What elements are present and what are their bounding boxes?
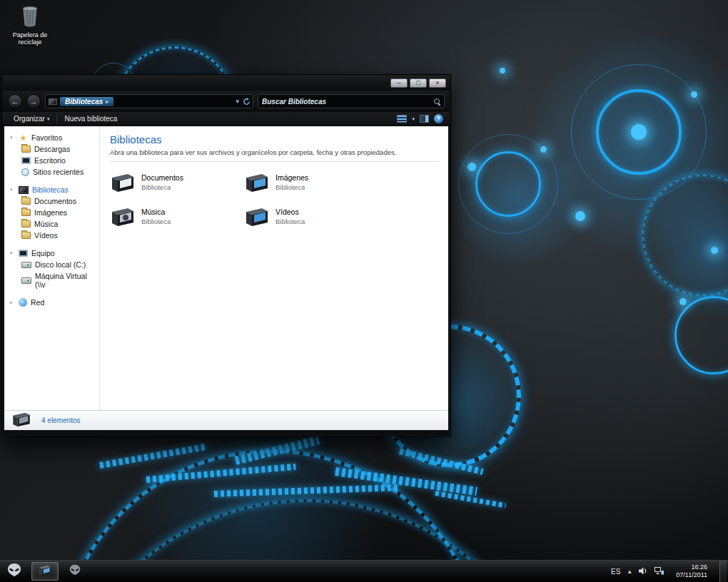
network-icon (19, 298, 27, 307)
refresh-icon[interactable] (243, 98, 251, 106)
expander-icon[interactable]: ▾ (10, 135, 15, 141)
recent-places-icon (21, 168, 29, 176)
bg-equalizer (214, 484, 400, 497)
header-divider (110, 161, 440, 162)
bg-equalizer (435, 491, 506, 508)
network-drive-icon (21, 277, 31, 284)
taskbar-clock[interactable]: 16:26 07/11/2011 (670, 563, 713, 579)
taskbar-app-explorer[interactable] (31, 562, 59, 581)
library-item-documentos[interactable]: Documentos Biblioteca (110, 172, 240, 196)
new-library-button[interactable]: Nueva biblioteca (60, 114, 121, 123)
expander-icon[interactable]: ▾ (10, 250, 15, 256)
tray-expand-icon[interactable]: ▲ (627, 568, 632, 575)
search-input[interactable] (262, 98, 434, 106)
selection-icon (11, 411, 31, 431)
sidebar-section-bibliotecas[interactable]: ▾ Bibliotecas (4, 184, 99, 195)
explorer-libraries-icon (38, 564, 52, 579)
help-icon[interactable]: ? (434, 114, 443, 123)
recycle-bin-icon (21, 17, 39, 29)
recycle-bin[interactable]: Papelera de reciclaje (7, 6, 53, 46)
bg-ring (571, 64, 707, 200)
bg-equalizer (235, 436, 320, 465)
show-desktop-button[interactable] (719, 561, 727, 582)
bg-node (500, 68, 505, 73)
system-tray: ES ▲ 16:26 07/11/2011 (611, 561, 728, 582)
forward-button[interactable]: → (26, 94, 41, 108)
page-subtitle: Abra una biblioteca para ver sus archivo… (110, 148, 440, 156)
views-icon[interactable] (397, 115, 407, 123)
volume-icon[interactable] (639, 567, 648, 576)
maximize-button[interactable]: □ (410, 78, 427, 88)
clock-date: 07/11/2011 (676, 571, 707, 579)
bg-glow (642, 178, 728, 321)
address-bar-controls: ▾ (236, 98, 251, 106)
computer-icon (19, 250, 28, 257)
title-bar[interactable]: – □ × (2, 75, 450, 91)
music-library-icon (110, 206, 136, 230)
bg-node (631, 124, 647, 140)
music-library-icon (21, 220, 31, 228)
desktop-icon (21, 157, 31, 164)
libraries-icon (19, 186, 29, 194)
crumb-arrow-icon: ▸ (106, 98, 108, 105)
sidebar-item-maquina-virtual[interactable]: Máquina Virtual (\\v (4, 270, 99, 290)
folder-icon (21, 146, 31, 153)
documents-library-icon (21, 198, 31, 205)
bg-node (691, 91, 697, 98)
recycle-bin-label: Papelera de reciclaje (7, 31, 53, 46)
item-count: 4 elementos (41, 417, 80, 424)
language-indicator[interactable]: ES (611, 568, 620, 576)
toolbar-divider (56, 115, 57, 123)
minimize-button[interactable]: – (390, 78, 408, 88)
taskbar: ES ▲ 16:26 07/11/2011 (0, 560, 728, 582)
sidebar-section-red[interactable]: ▸ Red (4, 297, 99, 308)
bg-node (711, 247, 718, 254)
address-bar[interactable]: Bibliotecas ▸ ▾ (45, 94, 253, 108)
command-bar: Organizar ▾ Nueva biblioteca ▾ ? (2, 112, 450, 126)
expander-icon[interactable]: ▸ (10, 300, 15, 305)
sidebar-item-disco-local[interactable]: Disco local (C:) (4, 259, 99, 270)
bg-node (467, 163, 476, 171)
bg-glow (450, 132, 585, 267)
navigation-bar: ← → Bibliotecas ▸ ▾ (2, 91, 450, 112)
bg-node (575, 211, 585, 221)
sidebar-item-musica[interactable]: Música (4, 218, 99, 230)
sidebar-item-escritorio[interactable]: Escritorio (4, 155, 99, 166)
views-dropdown-icon[interactable]: ▾ (412, 116, 415, 122)
network-tray-icon[interactable] (654, 567, 664, 576)
explorer-window: – □ × ← → Bibliotecas ▸ ▾ (1, 74, 451, 436)
library-item-imagenes[interactable]: Imágenes Biblioteca (244, 172, 374, 196)
bg-equalizer (335, 467, 477, 496)
documents-library-icon (110, 172, 136, 196)
start-button[interactable] (0, 561, 29, 582)
search-box[interactable] (258, 94, 445, 108)
expander-icon[interactable]: ▾ (10, 187, 15, 193)
bg-equalizer (399, 448, 484, 475)
libraries-icon (48, 98, 58, 106)
sidebar-item-imagenes[interactable]: Imágenes (4, 207, 99, 218)
sidebar-section-favoritos[interactable]: ▾ ★ Favoritos (4, 132, 99, 143)
bg-ring (458, 134, 558, 234)
chevron-down-icon: ▾ (47, 116, 50, 122)
sidebar-section-equipo[interactable]: ▾ Equipo (4, 247, 99, 259)
library-item-musica[interactable]: Música Biblioteca (110, 206, 240, 230)
alienware-logo-icon (6, 563, 22, 580)
content-pane: Bibliotecas Abra una biblioteca para ver… (100, 126, 448, 410)
close-button[interactable]: × (429, 78, 446, 88)
library-item-videos[interactable]: Vídeos Biblioteca (244, 206, 374, 230)
bg-ring (674, 296, 728, 374)
breadcrumb[interactable]: Bibliotecas ▸ (60, 97, 113, 106)
sidebar-item-documentos[interactable]: Documentos (4, 195, 99, 207)
toolbar-right: ▾ ? (397, 114, 443, 123)
back-button[interactable]: ← (8, 94, 22, 108)
sidebar-item-videos[interactable]: Vídeos (4, 230, 99, 241)
sidebar-item-descargas[interactable]: Descargas (4, 143, 99, 155)
taskbar-app-alienware[interactable] (61, 562, 89, 581)
status-bar: 4 elementos (4, 410, 448, 430)
videos-library-icon (21, 232, 31, 239)
preview-pane-icon[interactable] (420, 115, 429, 123)
search-icon[interactable] (434, 98, 440, 105)
sidebar-item-sitios-recientes[interactable]: Sitios recientes (4, 166, 99, 178)
organize-button[interactable]: Organizar ▾ (9, 114, 54, 123)
address-dropdown-icon[interactable]: ▾ (236, 98, 239, 105)
